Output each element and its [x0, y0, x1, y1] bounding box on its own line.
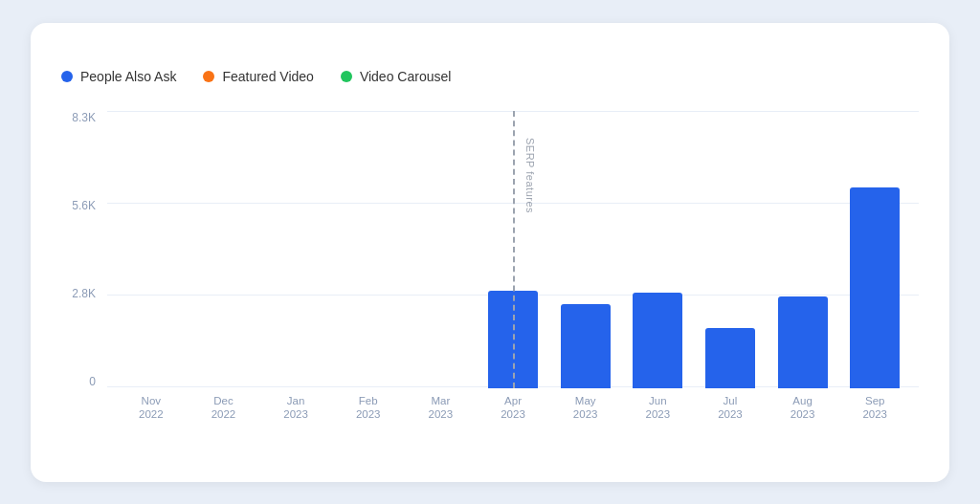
legend-item-featured-video: Featured Video [203, 69, 313, 84]
bar-col-feb-2023 [332, 111, 405, 388]
bar-col-jun-2023 [621, 111, 694, 388]
dashed-reference-line [513, 111, 515, 388]
bar-col-aug-2023 [767, 111, 839, 388]
legend-item-video-carousel: Video Carousel [341, 69, 451, 84]
bar[interactable] [705, 328, 755, 388]
bar-col-sep-2023 [838, 111, 911, 388]
x-label: Dec2022 [188, 394, 260, 423]
bar[interactable] [850, 187, 900, 388]
x-label: Nov2022 [115, 394, 188, 423]
x-axis: Nov2022Dec2022Jan2023Feb2023Mar2023Apr20… [107, 388, 919, 417]
y-label: 5.6K [72, 199, 96, 212]
bar[interactable] [778, 296, 828, 388]
x-label: Jul2023 [694, 394, 767, 423]
x-label: Jan2023 [259, 394, 332, 423]
legend-label-people-also-ask: People Also Ask [80, 69, 176, 84]
serp-features-card: People Also Ask Featured Video Video Car… [31, 23, 949, 482]
bar-col-nov-2022 [115, 111, 188, 388]
dashed-reference-label: SERP features [524, 138, 536, 213]
y-label: 0 [89, 375, 96, 388]
legend-dot-video-carousel [341, 71, 352, 82]
x-label: Apr2023 [477, 394, 549, 423]
bar-col-apr-2023: SERP features [477, 111, 549, 388]
bar-col-dec-2022 [188, 111, 260, 388]
chart-area: 8.3K5.6K2.8K0 SERP features Nov2022Dec20… [61, 111, 919, 417]
legend-dot-featured-video [203, 71, 214, 82]
y-axis: 8.3K5.6K2.8K0 [61, 111, 107, 417]
x-label: Aug2023 [767, 394, 839, 423]
x-label: May2023 [549, 394, 622, 423]
bar-col-mar-2023 [405, 111, 478, 388]
legend: People Also Ask Featured Video Video Car… [61, 69, 919, 84]
legend-item-people-also-ask: People Also Ask [61, 69, 176, 84]
bar-col-jan-2023 [259, 111, 332, 388]
legend-label-featured-video: Featured Video [222, 69, 313, 84]
x-label: Feb2023 [332, 394, 405, 423]
bar-col-jul-2023 [694, 111, 767, 388]
bar[interactable] [561, 304, 611, 387]
x-label: Sep2023 [838, 394, 911, 423]
x-label: Jun2023 [621, 394, 694, 423]
chart-body: SERP features Nov2022Dec2022Jan2023Feb20… [107, 111, 919, 417]
legend-label-video-carousel: Video Carousel [360, 69, 451, 84]
legend-dot-people-also-ask [61, 71, 73, 82]
y-label: 8.3K [72, 111, 96, 124]
bar-col-may-2023 [549, 111, 622, 388]
bars-container: SERP features [107, 111, 919, 388]
bar[interactable] [633, 293, 682, 387]
y-label: 2.8K [72, 287, 96, 300]
x-label: Mar2023 [405, 394, 478, 423]
